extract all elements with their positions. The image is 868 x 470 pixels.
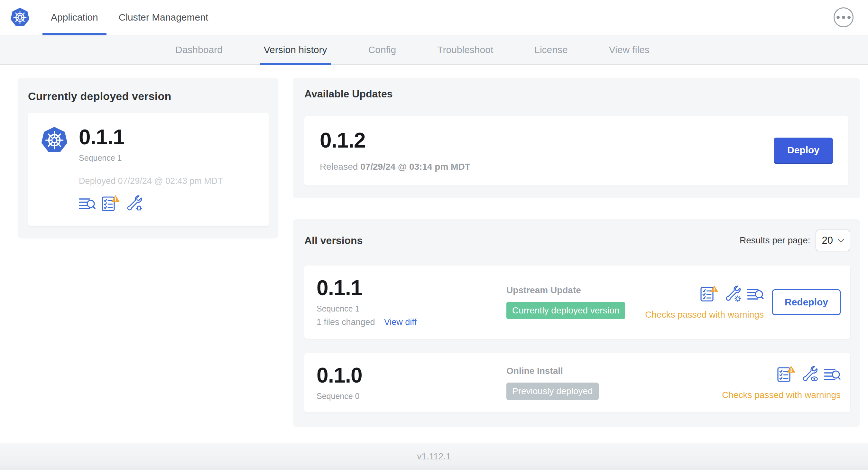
- update-released-timestamp: Released 07/29/24 @ 03:14 pm MDT: [320, 162, 470, 172]
- version-row-0-1-0: 0.1.0 Sequence 0 Online Install Previous…: [304, 353, 850, 412]
- kubernetes-logo-icon: [10, 7, 30, 27]
- all-versions-title: All versions: [304, 235, 363, 246]
- preflight-checks-warning-icon[interactable]: [700, 285, 719, 302]
- current-version-number: 0.1.1: [79, 126, 223, 147]
- update-version-number: 0.1.2: [320, 130, 470, 151]
- row-sequence-label: Sequence 1: [317, 304, 506, 313]
- tab-cluster-management[interactable]: Cluster Management: [108, 0, 218, 35]
- overflow-menu-button[interactable]: [834, 7, 854, 27]
- currently-deployed-panel: Currently deployed version 0.1.1 Sequenc…: [18, 78, 278, 239]
- view-config-icon[interactable]: [801, 365, 818, 382]
- version-source-label: Upstream Update: [506, 285, 645, 296]
- main-content: Currently deployed version 0.1.1 Sequenc…: [0, 65, 868, 427]
- edit-config-icon[interactable]: [724, 285, 741, 302]
- version-source-label: Online Install: [506, 366, 722, 376]
- top-header: Application Cluster Management: [0, 0, 868, 35]
- current-sequence-label: Sequence 1: [79, 153, 223, 163]
- chevron-down-icon: [837, 239, 844, 243]
- results-per-page-label: Results per page:: [740, 235, 810, 246]
- all-versions-panel: All versions Results per page: 20 0.1.1 …: [293, 219, 860, 427]
- tab-troubleshoot[interactable]: Troubleshoot: [437, 35, 493, 64]
- console-version-label: v1.112.1: [417, 451, 451, 462]
- row-version-number: 0.1.0: [317, 365, 506, 386]
- previously-deployed-badge: Previously deployed: [506, 382, 599, 400]
- kubernetes-logo-icon: [40, 126, 68, 154]
- header-right: [834, 0, 868, 35]
- header-tabs: Application Cluster Management: [40, 0, 218, 35]
- checks-status-text: Checks passed with warnings: [722, 390, 841, 400]
- tab-view-files[interactable]: View files: [609, 35, 650, 64]
- view-logs-icon[interactable]: [79, 196, 96, 211]
- tab-config[interactable]: Config: [368, 35, 396, 64]
- available-updates-title: Available Updates: [304, 88, 848, 100]
- app-subnav: Dashboard Version history Config Trouble…: [0, 35, 868, 65]
- files-changed-label: 1 files changed: [317, 317, 375, 327]
- current-deployed-timestamp: Deployed 07/29/24 @ 02:43 pm MDT: [79, 176, 223, 186]
- available-updates-panel: Available Updates 0.1.2 Released 07/29/2…: [293, 78, 860, 198]
- tab-dashboard[interactable]: Dashboard: [175, 35, 223, 64]
- currently-deployed-card: 0.1.1 Sequence 1 Deployed 07/29/24 @ 02:…: [28, 113, 269, 226]
- preflight-checks-warning-icon[interactable]: [101, 195, 120, 211]
- redeploy-button[interactable]: Redeploy: [772, 289, 841, 315]
- checks-status-text: Checks passed with warnings: [645, 310, 764, 320]
- ellipsis-icon: [836, 16, 840, 19]
- app-logo: [0, 0, 40, 35]
- tab-license[interactable]: License: [534, 35, 567, 64]
- tab-application[interactable]: Application: [40, 0, 108, 35]
- currently-deployed-title: Currently deployed version: [28, 90, 269, 103]
- deploy-button[interactable]: Deploy: [774, 138, 833, 164]
- version-row-0-1-1: 0.1.1 Sequence 1 1 files changed View di…: [304, 266, 850, 339]
- view-logs-icon[interactable]: [747, 287, 764, 302]
- page-footer: v1.112.1: [0, 443, 868, 470]
- results-per-page-select[interactable]: 20: [815, 230, 850, 251]
- available-update-card: 0.1.2 Released 07/29/24 @ 03:14 pm MDT D…: [304, 116, 848, 186]
- view-diff-link[interactable]: View diff: [384, 317, 416, 327]
- currently-deployed-badge: Currently deployed version: [506, 302, 625, 319]
- tab-version-history[interactable]: Version history: [264, 35, 327, 64]
- preflight-checks-warning-icon[interactable]: [777, 366, 796, 382]
- row-sequence-label: Sequence 0: [317, 392, 506, 401]
- edit-config-icon[interactable]: [126, 195, 143, 211]
- row-version-number: 0.1.1: [317, 277, 506, 298]
- view-logs-icon[interactable]: [824, 367, 841, 382]
